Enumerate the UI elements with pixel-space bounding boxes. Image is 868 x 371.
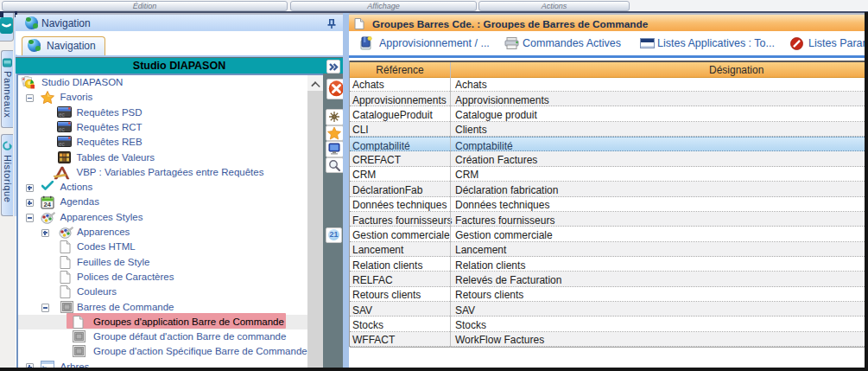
svg-text:ec: ec [59, 111, 66, 117]
svg-text:ec: ec [59, 125, 66, 131]
svg-text:24: 24 [44, 201, 52, 209]
svg-text:ec: ec [59, 141, 66, 147]
